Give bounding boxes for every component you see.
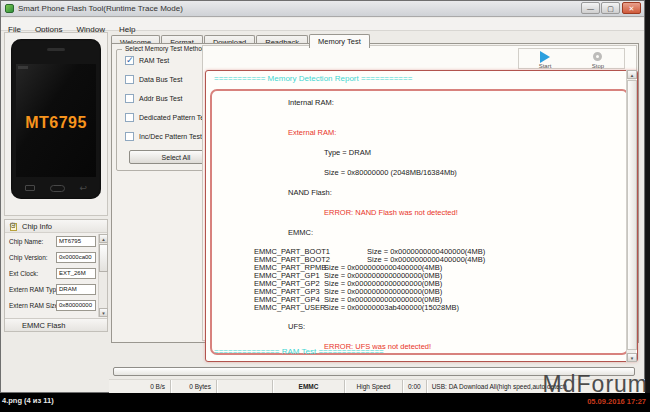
tab-bar: WelcomeFormatDownloadReadbackMemory Test <box>111 30 638 44</box>
report-scrollbar[interactable]: ▲ ▼ <box>626 70 636 362</box>
report-line <box>218 158 627 168</box>
chip-info-header[interactable]: Chip Info <box>5 220 107 233</box>
gear-icon: ⚙ <box>9 221 16 230</box>
checkbox-label: Addr Bus Test <box>139 95 182 102</box>
report-line <box>218 138 627 148</box>
checkbox[interactable] <box>125 94 134 103</box>
chip-info-row: Chip Version: 0x0000ca00 <box>5 250 98 266</box>
emmc-flash-header[interactable]: EMMC Flash <box>5 318 107 331</box>
checkbox-label: Data Bus Test <box>139 76 182 83</box>
report-line <box>218 178 627 188</box>
report-line <box>218 218 627 228</box>
status-segment: High Speed <box>345 380 403 393</box>
report-text: Internal RAM: <box>288 98 334 107</box>
report-line <box>218 312 627 322</box>
field-value-input[interactable]: MT6795 <box>56 236 96 247</box>
report-line: ERROR: NAND Flash was not detected! <box>218 208 627 218</box>
status-segment: 0 B/s <box>109 380 171 393</box>
report-line: Type = DRAM <box>218 148 627 158</box>
chip-info-row: Extern RAM Size: 0x80000000 <box>5 298 98 314</box>
report-body: Internal RAM: External RAM: Type = DRAM <box>210 89 629 355</box>
report-text: EMMC: <box>288 228 313 237</box>
status-segment <box>217 380 273 393</box>
image-caption: 4.png (4 из 11) <box>2 396 54 405</box>
home-icon <box>50 185 65 192</box>
phone-statusbar <box>18 66 28 69</box>
field-label: Chip Version: <box>9 254 48 261</box>
scroll-down-icon[interactable]: ▼ <box>99 308 108 317</box>
stop-icon <box>593 52 602 61</box>
close-button[interactable]: ✕ <box>622 2 641 14</box>
stop-button[interactable]: Stop <box>573 50 623 69</box>
partition-size: Size = 0x00000003ab400000(15028MB) <box>324 303 459 312</box>
app-icon <box>5 4 14 13</box>
status-segment: 0 Bytes <box>171 380 217 393</box>
report-line: Size = 0x80000000 (2048MB/16384Mb) <box>218 168 627 178</box>
tab[interactable]: Memory Test <box>309 34 370 48</box>
app-window: Smart Phone Flash Tool(Runtime Trace Mod… <box>0 0 645 393</box>
report-line <box>218 108 627 118</box>
checkbox[interactable] <box>125 113 134 122</box>
field-label: Extern RAM Type: <box>9 286 62 293</box>
report-line <box>218 198 627 208</box>
checkbox[interactable] <box>125 56 134 65</box>
field-label: Ext Clock: <box>9 270 38 277</box>
report-work-panel: Start Stop =========== Memory Detection … <box>202 45 637 341</box>
watermark: MdForum <box>543 371 648 398</box>
field-value-input[interactable]: DRAM <box>56 284 96 295</box>
viewer-right-edge <box>646 0 650 393</box>
image-datetime: 05.09.2016 17:27 <box>587 397 646 406</box>
report-line: Internal RAM: <box>218 98 627 108</box>
field-value-input[interactable]: 0x80000000 <box>56 300 96 311</box>
checkbox[interactable] <box>125 132 134 141</box>
memory-detection-report: =========== Memory Detection Report ====… <box>205 70 638 362</box>
scroll-thumb[interactable] <box>99 244 108 272</box>
report-text: ERROR: NAND Flash was not detected! <box>324 208 458 217</box>
report-line: NAND Flash: <box>218 188 627 198</box>
report-footer: ============== RAM Test ============== <box>214 347 384 356</box>
chip-info-row: Chip Name: MT6795 <box>5 234 98 250</box>
report-line <box>218 332 627 342</box>
menu-icon <box>25 185 35 191</box>
chip-info-scrollbar[interactable]: ▲ ▼ <box>98 234 107 317</box>
window-title: Smart Phone Flash Tool(Runtime Trace Mod… <box>18 4 183 13</box>
scroll-down-icon[interactable]: ▼ <box>627 353 637 362</box>
start-label: Start <box>520 63 570 69</box>
screen: Smart Phone Flash Tool(Runtime Trace Mod… <box>0 0 650 412</box>
partition-name: EMMC_PART_USER <box>254 304 324 312</box>
phone-preview-panel: MT6795 ↩ <box>4 32 108 216</box>
stop-label: Stop <box>573 63 623 69</box>
report-text: Size = 0x80000000 (2048MB/16384Mb) <box>324 168 457 177</box>
chip-info-row: Ext Clock: EXT_26M <box>5 266 98 282</box>
report-line: External RAM: <box>218 128 627 138</box>
report-line: EMMC_PART_USERSize = 0x00000003ab400000(… <box>218 304 627 312</box>
scroll-up-icon[interactable]: ▲ <box>627 70 637 79</box>
checkbox-label: Dedicated Pattern Test <box>139 114 210 121</box>
phone-speaker <box>47 48 65 51</box>
checkbox-label: Inc/Dec Pattern Test <box>139 133 202 140</box>
field-value-input[interactable]: EXT_26M <box>56 268 96 279</box>
memory-test-page: Select Memory Test Method RAM Test Data … <box>111 43 639 343</box>
start-button[interactable]: Start <box>520 50 570 69</box>
chip-model-label: MT6795 <box>16 114 96 132</box>
phone-nav-buttons: ↩ <box>11 183 101 193</box>
report-line: EMMC: <box>218 228 627 238</box>
report-text: NAND Flash: <box>288 188 332 197</box>
minimize-button[interactable]: — <box>581 2 600 14</box>
report-text: External RAM: <box>288 128 336 137</box>
report-text: UFS: <box>288 322 305 331</box>
chip-info-panel: Chip Info Chip Name: MT6795 Chip Version… <box>4 219 108 332</box>
title-bar: Smart Phone Flash Tool(Runtime Trace Mod… <box>1 1 644 17</box>
groupbox-title: Select Memory Test Method <box>122 45 208 52</box>
report-line: UFS: <box>218 322 627 332</box>
scroll-up-icon[interactable]: ▲ <box>99 234 108 243</box>
field-label: Chip Name: <box>9 238 43 245</box>
checkbox[interactable] <box>125 75 134 84</box>
report-header: =========== Memory Detection Report ====… <box>214 74 412 83</box>
scroll-thumb[interactable] <box>627 80 637 350</box>
checkbox-label: RAM Test <box>139 57 169 64</box>
field-value-input[interactable]: 0x0000ca00 <box>56 252 96 263</box>
chip-info-row: Extern RAM Type: DRAM <box>5 282 98 298</box>
maximize-button[interactable]: ▢ <box>601 2 620 14</box>
chip-info-fields: Chip Name: MT6795 Chip Version: 0x0000ca… <box>5 234 98 317</box>
